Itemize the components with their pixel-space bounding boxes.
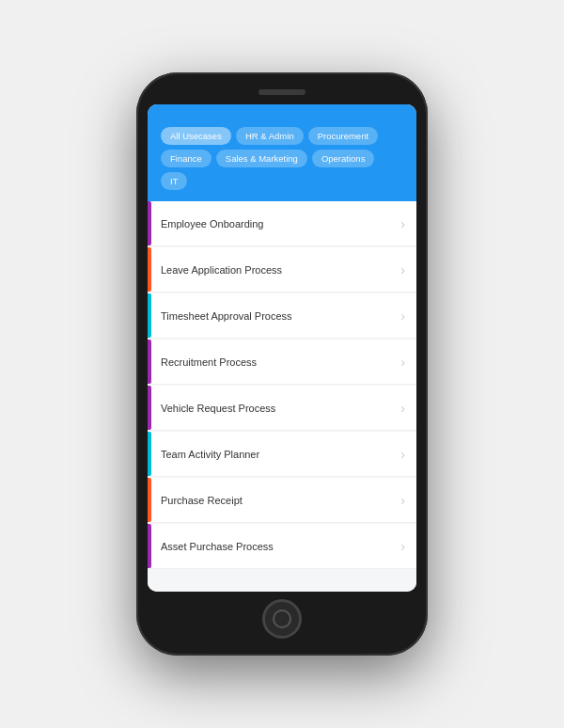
workflow-item[interactable]: Team Activity Planner› (148, 432, 416, 477)
home-button-inner (273, 609, 291, 628)
filter-chip-finance[interactable]: Finance (161, 150, 212, 167)
filter-row: All UsecasesHR & AdminProcurementFinance… (161, 127, 403, 190)
workflow-list: Employee Onboarding›Leave Application Pr… (148, 201, 416, 592)
chevron-right-icon: › (400, 447, 416, 462)
workflow-item[interactable]: Leave Application Process› (148, 247, 416, 293)
filter-chip-hr[interactable]: HR & Admin (236, 127, 304, 145)
filter-chip-it[interactable]: IT (161, 172, 187, 190)
workflow-item[interactable]: Asset Purchase Process› (148, 524, 416, 569)
item-label: Recruitment Process (151, 345, 400, 379)
item-label: Vehicle Request Process (151, 391, 400, 425)
workflow-item[interactable]: Recruitment Process› (148, 340, 416, 385)
screen-header: All UsecasesHR & AdminProcurementFinance… (148, 104, 416, 201)
item-label: Leave Application Process (151, 253, 400, 287)
chevron-right-icon: › (400, 401, 416, 416)
phone-screen: All UsecasesHR & AdminProcurementFinance… (148, 104, 416, 592)
chevron-right-icon: › (400, 262, 416, 277)
phone-speaker (258, 89, 306, 95)
item-label: Team Activity Planner (151, 437, 400, 471)
phone-frame: All UsecasesHR & AdminProcurementFinance… (136, 72, 428, 656)
workflow-item[interactable]: Employee Onboarding› (148, 201, 416, 246)
item-label: Timesheet Approval Process (151, 299, 400, 333)
item-label: Asset Purchase Process (151, 530, 400, 563)
filter-chip-all[interactable]: All Usecases (161, 127, 231, 145)
workflow-item[interactable]: Vehicle Request Process› (148, 386, 416, 431)
filter-chip-procurement[interactable]: Procurement (308, 127, 378, 145)
chevron-right-icon: › (400, 493, 416, 508)
chevron-right-icon: › (400, 539, 416, 554)
item-label: Employee Onboarding (151, 207, 400, 241)
chevron-right-icon: › (400, 355, 416, 370)
home-button[interactable] (262, 599, 302, 639)
workflow-item[interactable]: Purchase Receipt› (148, 478, 416, 523)
filter-chip-operations[interactable]: Operations (312, 150, 374, 167)
item-label: Purchase Receipt (151, 483, 400, 517)
chevron-right-icon: › (400, 216, 416, 231)
chevron-right-icon: › (400, 309, 416, 324)
filter-chip-sales[interactable]: Sales & Marketing (216, 150, 307, 167)
workflow-item[interactable]: Timesheet Approval Process› (148, 293, 416, 339)
